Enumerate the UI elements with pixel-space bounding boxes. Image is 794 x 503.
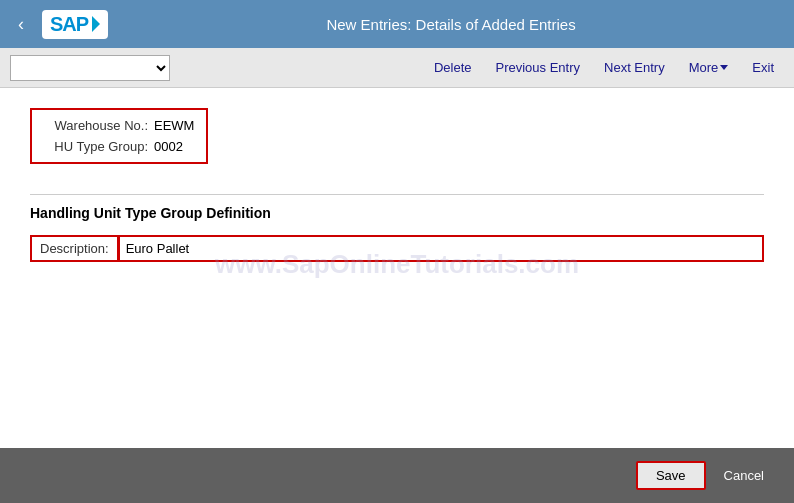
cancel-button[interactable]: Cancel bbox=[714, 463, 774, 488]
section-divider bbox=[30, 194, 764, 195]
hu-type-group-value: 0002 bbox=[154, 139, 183, 154]
hu-type-group-row: HU Type Group: 0002 bbox=[44, 139, 194, 154]
key-fields-section: Warehouse No.: EEWM HU Type Group: 0002 bbox=[30, 108, 764, 184]
more-button[interactable]: More bbox=[679, 56, 739, 79]
warehouse-no-value: EEWM bbox=[154, 118, 194, 133]
main-content: www.SapOnlineTutorials.com Warehouse No.… bbox=[0, 88, 794, 448]
footer: Save Cancel bbox=[0, 448, 794, 503]
description-label: Description: bbox=[30, 235, 119, 262]
next-entry-button[interactable]: Next Entry bbox=[594, 56, 675, 79]
previous-entry-button[interactable]: Previous Entry bbox=[485, 56, 590, 79]
header-bar: ‹ SAP New Entries: Details of Added Entr… bbox=[0, 0, 794, 48]
key-fields-box: Warehouse No.: EEWM HU Type Group: 0002 bbox=[30, 108, 208, 164]
toolbar-select[interactable] bbox=[10, 55, 170, 81]
description-input[interactable] bbox=[120, 237, 762, 260]
section-title: Handling Unit Type Group Definition bbox=[30, 205, 764, 221]
warehouse-no-row: Warehouse No.: EEWM bbox=[44, 118, 194, 133]
save-button[interactable]: Save bbox=[636, 461, 706, 490]
more-label: More bbox=[689, 60, 719, 75]
warehouse-no-label: Warehouse No.: bbox=[44, 118, 154, 133]
exit-button[interactable]: Exit bbox=[742, 56, 784, 79]
description-input-wrapper bbox=[118, 235, 764, 262]
chevron-down-icon bbox=[720, 65, 728, 70]
hu-type-group-label: HU Type Group: bbox=[44, 139, 154, 154]
toolbar: Delete Previous Entry Next Entry More Ex… bbox=[0, 48, 794, 88]
sap-logo-triangle-icon bbox=[92, 16, 100, 32]
delete-button[interactable]: Delete bbox=[424, 56, 482, 79]
sap-logo: SAP bbox=[42, 10, 108, 39]
header-title: New Entries: Details of Added Entries bbox=[118, 16, 784, 33]
back-button[interactable]: ‹ bbox=[10, 10, 32, 39]
sap-logo-text: SAP bbox=[50, 13, 88, 36]
description-row: Description: bbox=[30, 235, 764, 262]
